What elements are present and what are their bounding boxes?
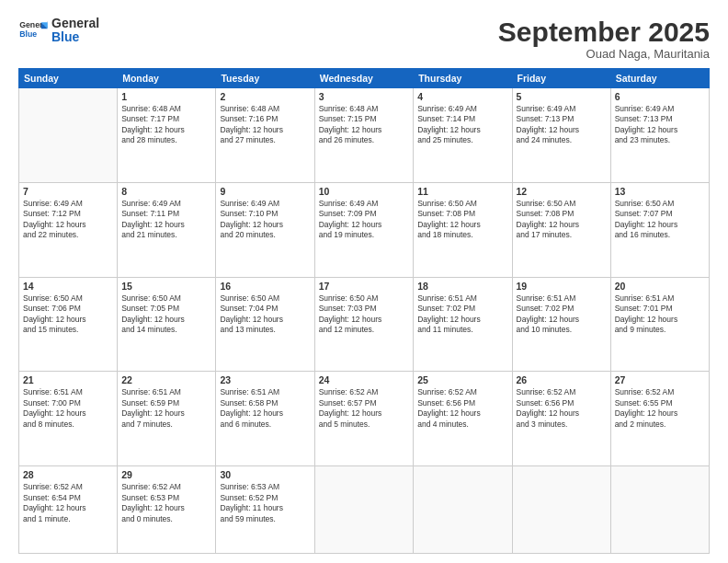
weekday-header-saturday: Saturday [610,69,709,88]
day-number: 22 [121,374,211,385]
calendar-cell-5-4 [314,466,413,554]
day-info: Sunrise: 6:51 AMSunset: 7:00 PMDaylight:… [23,387,113,430]
svg-text:Blue: Blue [19,29,37,39]
calendar-week-1: 1Sunrise: 6:48 AMSunset: 7:17 PMDaylight… [19,88,710,183]
calendar-cell-1-6: 5Sunrise: 6:49 AMSunset: 7:13 PMDaylight… [512,88,610,183]
day-info: Sunrise: 6:51 AMSunset: 6:59 PMDaylight:… [121,387,211,430]
calendar-cell-1-3: 2Sunrise: 6:48 AMSunset: 7:16 PMDaylight… [216,88,314,183]
day-info: Sunrise: 6:49 AMSunset: 7:10 PMDaylight:… [220,199,310,241]
calendar-cell-1-2: 1Sunrise: 6:48 AMSunset: 7:17 PMDaylight… [118,88,216,183]
day-info: Sunrise: 6:52 AMSunset: 6:56 PMDaylight:… [517,387,607,430]
calendar-week-2: 7Sunrise: 6:49 AMSunset: 7:12 PMDaylight… [19,182,710,277]
calendar-cell-2-2: 8Sunrise: 6:49 AMSunset: 7:11 PMDaylight… [118,182,216,277]
calendar-cell-5-1: 28Sunrise: 6:52 AMSunset: 6:54 PMDayligh… [19,466,118,554]
day-info: Sunrise: 6:52 AMSunset: 6:57 PMDaylight:… [319,387,409,430]
day-number: 23 [220,374,310,385]
day-number: 27 [615,374,705,385]
weekday-header-thursday: Thursday [414,69,512,88]
logo-icon: General Blue [18,17,48,43]
day-info: Sunrise: 6:50 AMSunset: 7:07 PMDaylight:… [615,199,705,241]
day-number: 30 [220,469,310,480]
weekday-header-friday: Friday [512,69,610,88]
calendar-week-5: 28Sunrise: 6:52 AMSunset: 6:54 PMDayligh… [19,466,710,554]
day-info: Sunrise: 6:49 AMSunset: 7:12 PMDaylight:… [23,199,113,241]
day-number: 5 [517,91,607,102]
day-info: Sunrise: 6:49 AMSunset: 7:11 PMDaylight:… [121,199,211,241]
day-info: Sunrise: 6:48 AMSunset: 7:15 PMDaylight:… [319,104,409,146]
day-info: Sunrise: 6:51 AMSunset: 6:58 PMDaylight:… [220,387,310,430]
calendar-cell-2-1: 7Sunrise: 6:49 AMSunset: 7:12 PMDaylight… [19,182,118,277]
month-title: September 2025 [498,17,710,47]
day-number: 21 [23,374,113,385]
day-number: 18 [417,281,507,292]
calendar-week-3: 14Sunrise: 6:50 AMSunset: 7:06 PMDayligh… [19,277,710,372]
day-info: Sunrise: 6:52 AMSunset: 6:55 PMDaylight:… [615,387,705,430]
calendar-cell-5-6 [512,466,610,554]
page: General Blue General Blue September 2025… [0,0,728,563]
calendar-cell-3-4: 17Sunrise: 6:50 AMSunset: 7:03 PMDayligh… [314,277,413,372]
calendar-cell-5-5 [414,466,512,554]
day-number: 20 [615,281,705,292]
day-number: 16 [220,281,310,292]
calendar-header-row: SundayMondayTuesdayWednesdayThursdayFrid… [19,69,710,88]
calendar-cell-2-5: 11Sunrise: 6:50 AMSunset: 7:08 PMDayligh… [414,182,512,277]
weekday-header-sunday: Sunday [19,69,118,88]
day-info: Sunrise: 6:51 AMSunset: 7:01 PMDaylight:… [615,293,705,336]
calendar-cell-4-2: 22Sunrise: 6:51 AMSunset: 6:59 PMDayligh… [118,372,216,466]
day-info: Sunrise: 6:49 AMSunset: 7:14 PMDaylight:… [417,104,507,146]
day-info: Sunrise: 6:52 AMSunset: 6:54 PMDaylight:… [23,482,113,524]
day-info: Sunrise: 6:49 AMSunset: 7:13 PMDaylight:… [517,104,607,146]
day-info: Sunrise: 6:49 AMSunset: 7:13 PMDaylight:… [615,104,705,146]
day-info: Sunrise: 6:50 AMSunset: 7:03 PMDaylight:… [319,293,409,336]
day-number: 26 [517,374,607,385]
calendar-cell-3-3: 16Sunrise: 6:50 AMSunset: 7:04 PMDayligh… [216,277,314,372]
title-block: September 2025 Ouad Naga, Mauritania [498,17,710,61]
day-number: 29 [121,469,211,480]
day-number: 10 [319,186,409,197]
calendar-cell-3-6: 19Sunrise: 6:51 AMSunset: 7:02 PMDayligh… [512,277,610,372]
calendar-cell-2-6: 12Sunrise: 6:50 AMSunset: 7:08 PMDayligh… [512,182,610,277]
day-number: 17 [319,281,409,292]
day-info: Sunrise: 6:49 AMSunset: 7:09 PMDaylight:… [319,199,409,241]
day-number: 11 [417,186,507,197]
day-number: 13 [615,186,705,197]
location: Ouad Naga, Mauritania [498,47,710,61]
day-number: 7 [23,186,113,197]
day-info: Sunrise: 6:48 AMSunset: 7:16 PMDaylight:… [220,104,310,146]
day-number: 12 [517,186,607,197]
calendar-cell-2-7: 13Sunrise: 6:50 AMSunset: 7:07 PMDayligh… [610,182,709,277]
day-number: 9 [220,186,310,197]
day-info: Sunrise: 6:50 AMSunset: 7:08 PMDaylight:… [517,199,607,241]
day-info: Sunrise: 6:52 AMSunset: 6:56 PMDaylight:… [417,387,507,430]
day-number: 4 [417,91,507,102]
day-info: Sunrise: 6:48 AMSunset: 7:17 PMDaylight:… [121,104,211,146]
day-info: Sunrise: 6:50 AMSunset: 7:04 PMDaylight:… [220,293,310,336]
day-info: Sunrise: 6:53 AMSunset: 6:52 PMDaylight:… [220,482,310,524]
calendar-cell-3-2: 15Sunrise: 6:50 AMSunset: 7:05 PMDayligh… [118,277,216,372]
calendar-cell-4-5: 25Sunrise: 6:52 AMSunset: 6:56 PMDayligh… [414,372,512,466]
calendar-week-4: 21Sunrise: 6:51 AMSunset: 7:00 PMDayligh… [19,372,710,466]
day-number: 19 [517,281,607,292]
calendar-cell-1-4: 3Sunrise: 6:48 AMSunset: 7:15 PMDaylight… [314,88,413,183]
day-number: 2 [220,91,310,102]
day-number: 6 [615,91,705,102]
weekday-header-wednesday: Wednesday [314,69,413,88]
day-info: Sunrise: 6:50 AMSunset: 7:08 PMDaylight:… [417,199,507,241]
calendar-cell-5-3: 30Sunrise: 6:53 AMSunset: 6:52 PMDayligh… [216,466,314,554]
calendar-cell-4-1: 21Sunrise: 6:51 AMSunset: 7:00 PMDayligh… [19,372,118,466]
calendar-cell-2-4: 10Sunrise: 6:49 AMSunset: 7:09 PMDayligh… [314,182,413,277]
calendar-cell-1-7: 6Sunrise: 6:49 AMSunset: 7:13 PMDaylight… [610,88,709,183]
calendar-cell-4-6: 26Sunrise: 6:52 AMSunset: 6:56 PMDayligh… [512,372,610,466]
day-number: 25 [417,374,507,385]
day-number: 8 [121,186,211,197]
day-info: Sunrise: 6:52 AMSunset: 6:53 PMDaylight:… [121,482,211,524]
weekday-header-monday: Monday [118,69,216,88]
day-number: 24 [319,374,409,385]
day-info: Sunrise: 6:51 AMSunset: 7:02 PMDaylight:… [517,293,607,336]
calendar-cell-4-7: 27Sunrise: 6:52 AMSunset: 6:55 PMDayligh… [610,372,709,466]
calendar-cell-4-3: 23Sunrise: 6:51 AMSunset: 6:58 PMDayligh… [216,372,314,466]
day-number: 15 [121,281,211,292]
calendar-cell-5-7 [610,466,709,554]
logo-general: General [51,17,99,30]
day-info: Sunrise: 6:50 AMSunset: 7:06 PMDaylight:… [23,293,113,336]
